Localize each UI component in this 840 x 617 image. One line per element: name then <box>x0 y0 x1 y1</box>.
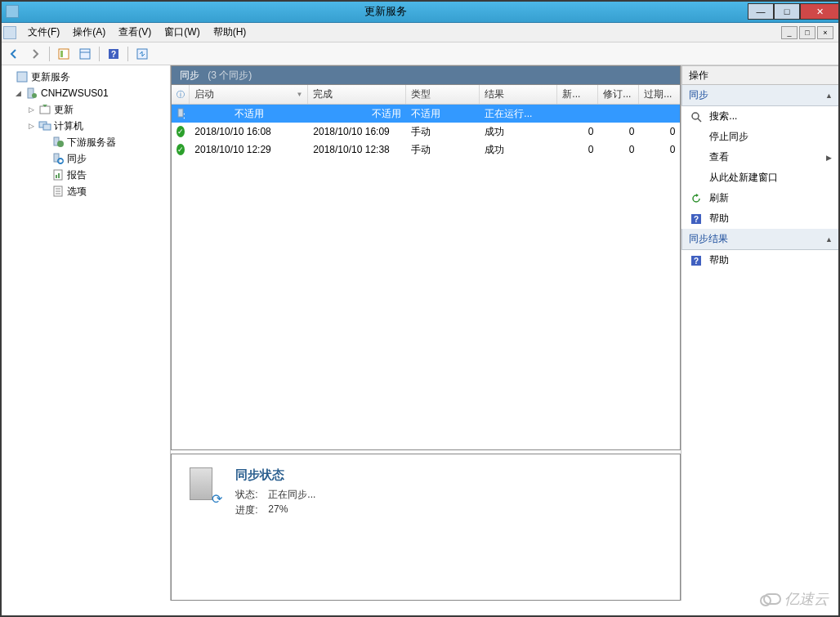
col-result[interactable]: 结果 <box>480 85 557 104</box>
menu-help[interactable]: 帮助(H) <box>207 23 253 42</box>
col-end[interactable]: 完成 <box>308 85 406 104</box>
cell: 不适用 <box>406 107 480 121</box>
sync-toolbar-button[interactable] <box>133 45 151 63</box>
action-new-window[interactable]: 从此处新建窗口 <box>681 168 840 188</box>
svg-rect-17 <box>56 175 57 178</box>
toolbar-separator <box>99 47 100 61</box>
tree-updates[interactable]: ▷ 更新 <box>2 101 168 118</box>
search-icon <box>690 110 703 123</box>
mdi-minimize-button[interactable]: _ <box>781 26 798 39</box>
svg-rect-23 <box>178 109 183 117</box>
tree-root[interactable]: 更新服务 <box>2 69 168 85</box>
col-rev[interactable]: 修订... <box>598 85 639 104</box>
svg-point-14 <box>57 141 64 147</box>
svg-text:?: ? <box>694 215 699 224</box>
close-button[interactable]: ✕ <box>800 3 839 20</box>
table-row[interactable]: ✓2018/10/10 12:292018/10/10 12:38手动成功000 <box>172 141 680 159</box>
collapse-icon[interactable]: ▲ <box>825 92 833 100</box>
svg-rect-10 <box>40 106 50 114</box>
col-new[interactable]: 新... <box>557 85 598 104</box>
detail-text: 同步状态 状态: 正在同步... 进度: 27% <box>235 467 315 587</box>
cell: 手动 <box>406 143 480 157</box>
cell: 0 <box>557 144 598 155</box>
properties-button[interactable] <box>76 45 94 63</box>
cell: 0 <box>557 126 598 137</box>
menu-window[interactable]: 窗口(W) <box>158 23 206 42</box>
tree-downstream[interactable]: 下游服务器 <box>2 134 168 150</box>
action-label: 从此处新建窗口 <box>709 171 778 185</box>
back-button[interactable] <box>5 45 23 63</box>
mdi-close-button[interactable]: × <box>817 26 833 39</box>
watermark: 亿速云 <box>763 589 829 609</box>
col-start[interactable]: 启动▼ <box>190 85 308 104</box>
action-help[interactable]: ? 帮助 <box>681 208 840 229</box>
expand-icon[interactable]: ▷ <box>26 105 36 114</box>
col-exp[interactable]: 过期... <box>639 85 680 104</box>
help-button[interactable]: ? <box>105 45 123 63</box>
collapse-icon[interactable]: ▲ <box>825 235 833 244</box>
table-row[interactable]: 不适用不适用不适用正在运行... <box>172 105 680 123</box>
action-search[interactable]: 搜索... <box>681 106 840 127</box>
help-icon: ? <box>690 254 703 267</box>
cell: 0 <box>598 144 639 155</box>
tree-label: 更新 <box>54 103 74 117</box>
tree-label: 报告 <box>67 168 87 182</box>
action-view[interactable]: 查看 ▶ <box>681 147 840 168</box>
cell: 手动 <box>406 125 480 139</box>
mmc-icon <box>3 26 16 39</box>
tree-label: 同步 <box>67 152 87 166</box>
cell: 成功 <box>480 125 557 139</box>
forward-button[interactable] <box>26 45 44 63</box>
mdi-restore-button[interactable]: □ <box>799 26 815 39</box>
action-refresh[interactable]: 刷新 <box>681 188 840 208</box>
expand-icon[interactable]: ▷ <box>26 122 36 130</box>
menu-action[interactable]: 操作(A) <box>66 23 112 42</box>
menu-file[interactable]: 文件(F) <box>21 23 66 42</box>
window-titlebar: 更新服务 — □ ✕ <box>0 0 840 23</box>
maximize-button[interactable]: □ <box>774 3 800 20</box>
svg-rect-12 <box>43 124 51 130</box>
action-help-result[interactable]: ? 帮助 <box>681 250 840 270</box>
cell: 2018/10/10 12:38 <box>308 144 406 155</box>
svg-rect-7 <box>17 72 27 82</box>
tree-options[interactable]: 选项 <box>2 183 168 199</box>
main-area: 更新服务 ◢ CNHZWSUS01 ▷ 更新 ▷ 计算机 <box>0 65 840 601</box>
tree-server[interactable]: ◢ CNHZWSUS01 <box>2 85 168 101</box>
chevron-right-icon: ▶ <box>826 154 832 162</box>
tree-reports[interactable]: 报告 <box>2 167 168 183</box>
cell: 0 <box>639 126 680 137</box>
computers-icon <box>38 119 51 132</box>
detail-title: 同步状态 <box>235 467 315 483</box>
actions-panel: 操作 同步 ▲ 搜索... 停止同步 查看 ▶ 从此处新建窗口 刷新 ? 帮助 <box>681 65 840 601</box>
svg-rect-1 <box>60 51 63 57</box>
tree-sync[interactable]: 同步 <box>2 150 168 167</box>
tree-computers[interactable]: ▷ 计算机 <box>2 118 168 134</box>
sort-desc-icon: ▼ <box>296 91 302 98</box>
updates-icon <box>38 103 51 116</box>
options-icon <box>51 185 65 198</box>
help-icon: ? <box>690 212 703 226</box>
list-header: 同步 (3 个同步) <box>171 65 681 85</box>
minimize-button[interactable]: — <box>748 3 774 20</box>
section-title: 同步结果 <box>689 232 728 246</box>
cell: 成功 <box>480 143 557 157</box>
col-type[interactable]: 类型 <box>406 85 480 104</box>
list-count: (3 个同步) <box>208 69 252 83</box>
tree-label: CNHZWSUS01 <box>41 87 109 99</box>
actions-section-result[interactable]: 同步结果 ▲ <box>681 229 840 250</box>
show-hide-tree-button[interactable] <box>55 45 73 63</box>
blank-icon <box>690 151 703 164</box>
tree-label: 下游服务器 <box>67 136 116 150</box>
menu-view[interactable]: 查看(V) <box>112 23 158 42</box>
expand-icon[interactable]: ◢ <box>13 89 23 97</box>
table-row[interactable]: ✓2018/10/10 16:082018/10/10 16:09手动成功000 <box>172 123 680 141</box>
cell: 2018/10/10 16:08 <box>190 126 308 137</box>
action-stop-sync[interactable]: 停止同步 <box>681 127 840 147</box>
actions-section-sync[interactable]: 同步 ▲ <box>681 85 840 106</box>
section-title: 同步 <box>689 88 708 102</box>
cell: 0 <box>598 126 639 137</box>
col-status-icon[interactable]: ⓘ <box>172 85 190 104</box>
state-value: 正在同步... <box>268 488 315 502</box>
toolbar-separator <box>49 47 50 61</box>
cell: 2018/10/10 16:09 <box>308 126 406 137</box>
